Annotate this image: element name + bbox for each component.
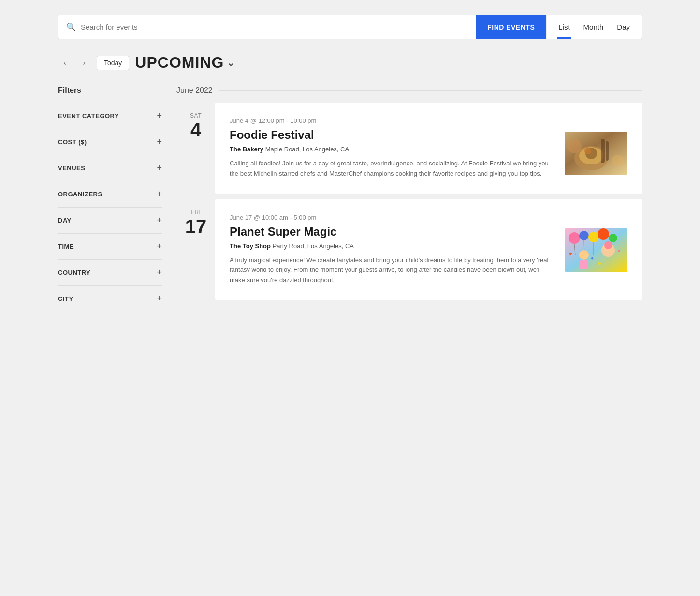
event-group-foodie: SAT 4 June 4 @ 12:00 pm - 10:00 pm Foodi… <box>176 103 642 194</box>
filter-country[interactable]: COUNTRY + <box>58 259 162 285</box>
filter-venues[interactable]: VENUES + <box>58 155 162 181</box>
next-arrow[interactable]: › <box>77 56 91 70</box>
prev-arrow[interactable]: ‹ <box>58 56 72 70</box>
event-venue-foodie: The Bakery Maple Road, Los Angeles, CA <box>230 146 550 153</box>
search-input-wrapper: 🔍 <box>58 15 476 39</box>
svg-point-14 <box>598 228 609 240</box>
event-venue-name-foodie: The Bakery <box>230 146 263 153</box>
tab-day[interactable]: Day <box>610 15 637 39</box>
svg-point-9 <box>612 155 624 166</box>
svg-point-22 <box>579 250 589 260</box>
filter-venues-plus-icon: + <box>157 163 162 173</box>
event-date-col-magic: FRI 17 <box>176 199 215 300</box>
filter-country-label: COUNTRY <box>58 269 90 276</box>
svg-point-11 <box>569 232 580 244</box>
search-input[interactable] <box>81 15 468 39</box>
svg-point-15 <box>609 234 617 242</box>
event-content-magic: June 17 @ 10:00 am - 5:00 pm Planet Supe… <box>230 214 550 285</box>
event-datetime-foodie: June 4 @ 12:00 pm - 10:00 pm <box>230 117 550 124</box>
event-day-num-magic: 17 <box>176 216 215 237</box>
search-bar: 🔍 FIND EVENTS List Month Day <box>58 15 642 39</box>
filter-city-plus-icon: + <box>157 294 162 304</box>
filter-city[interactable]: CITY + <box>58 285 162 312</box>
tab-list[interactable]: List <box>552 15 576 39</box>
upcoming-label[interactable]: UPCOMING ⌄ <box>135 54 235 72</box>
event-title-magic[interactable]: Planet Super Magic <box>230 225 550 238</box>
today-button[interactable]: Today <box>97 56 129 70</box>
nav-row: ‹ › Today UPCOMING ⌄ <box>58 54 642 72</box>
chevron-down-icon: ⌄ <box>227 57 235 69</box>
filter-venues-label: VENUES <box>58 164 85 172</box>
find-events-button[interactable]: FIND EVENTS <box>476 15 546 39</box>
main-layout: Filters EVENT CATEGORY + COST ($) + VENU… <box>58 86 642 312</box>
event-date-col-foodie: SAT 4 <box>176 103 215 194</box>
svg-point-13 <box>588 232 599 242</box>
filter-time-label: TIME <box>58 243 74 250</box>
filter-organizers-label: ORGANIZERS <box>58 191 102 198</box>
filter-event-category[interactable]: EVENT CATEGORY + <box>58 103 162 129</box>
event-venue-address-foodie: Maple Road, Los Angeles, CA <box>265 146 349 153</box>
filter-cost[interactable]: COST ($) + <box>58 129 162 155</box>
filters-title: Filters <box>58 86 162 95</box>
svg-point-5 <box>584 148 591 154</box>
event-image-magic <box>565 228 627 272</box>
event-card-foodie: June 4 @ 12:00 pm - 10:00 pm Foodie Fest… <box>215 103 642 194</box>
event-card-magic: June 17 @ 10:00 am - 5:00 pm Planet Supe… <box>215 199 642 300</box>
filter-day-label: DAY <box>58 217 72 224</box>
event-group-magic: FRI 17 June 17 @ 10:00 am - 5:00 pm Plan… <box>176 199 642 300</box>
svg-rect-27 <box>618 250 620 252</box>
filter-cost-label: COST ($) <box>58 138 87 146</box>
event-datetime-magic: June 17 @ 10:00 am - 5:00 pm <box>230 214 550 221</box>
event-content-foodie: June 4 @ 12:00 pm - 10:00 pm Foodie Fest… <box>230 117 550 179</box>
filter-event-category-label: EVENT CATEGORY <box>58 112 119 119</box>
month-label: June 2022 <box>176 86 642 95</box>
svg-rect-6 <box>601 139 605 163</box>
svg-rect-23 <box>580 260 588 269</box>
filter-time[interactable]: TIME + <box>58 233 162 259</box>
event-day-num-foodie: 4 <box>176 119 215 140</box>
tab-month[interactable]: Month <box>577 15 611 39</box>
filter-event-category-plus-icon: + <box>157 111 162 121</box>
sidebar-filters: Filters EVENT CATEGORY + COST ($) + VENU… <box>58 86 162 312</box>
svg-point-8 <box>567 139 582 153</box>
event-title-foodie[interactable]: Foodie Festival <box>230 128 550 142</box>
search-icon: 🔍 <box>66 22 76 31</box>
filter-organizers[interactable]: ORGANIZERS + <box>58 181 162 207</box>
svg-point-12 <box>579 231 589 240</box>
event-day-name-magic: FRI <box>176 209 215 216</box>
event-venue-name-magic: The Toy Shop <box>230 242 271 250</box>
event-day-name-foodie: SAT <box>176 112 215 119</box>
events-list: June 2022 SAT 4 June 4 @ 12:00 pm - 10:0… <box>176 86 642 306</box>
event-image-foodie <box>565 132 627 175</box>
filter-day[interactable]: DAY + <box>58 207 162 233</box>
svg-rect-7 <box>606 141 609 161</box>
event-desc-magic: A truly magical experience! We create fa… <box>230 255 550 285</box>
filter-cost-plus-icon: + <box>157 137 162 147</box>
svg-point-21 <box>604 241 612 249</box>
filter-country-plus-icon: + <box>157 268 162 278</box>
event-venue-magic: The Toy Shop Party Road, Los Angeles, CA <box>230 242 550 250</box>
filter-city-label: CITY <box>58 295 73 302</box>
event-venue-address-magic: Party Road, Los Angeles, CA <box>273 242 354 250</box>
view-tabs: List Month Day <box>546 15 642 39</box>
filter-day-plus-icon: + <box>157 215 162 225</box>
event-desc-foodie: Calling all foodies! Join us for a day o… <box>230 159 550 179</box>
filter-organizers-plus-icon: + <box>157 189 162 199</box>
filter-time-plus-icon: + <box>157 241 162 252</box>
